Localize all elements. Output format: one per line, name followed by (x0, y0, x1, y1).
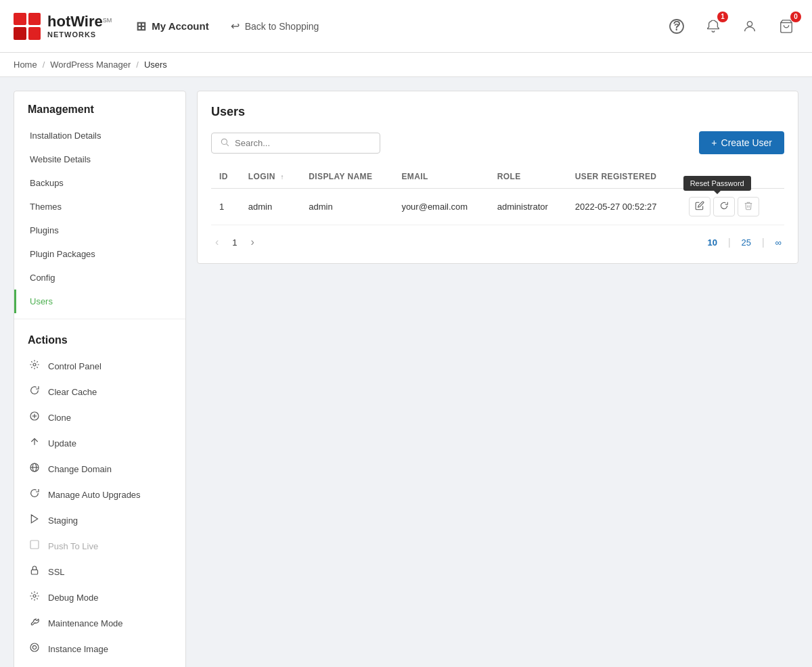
search-input[interactable] (235, 138, 371, 148)
col-email: EMAIL (393, 165, 489, 189)
search-icon (220, 137, 229, 149)
create-user-button[interactable]: + Create User (699, 131, 784, 154)
action-maintenance-mode[interactable]: Maintenance Mode (14, 610, 185, 636)
col-user-registered: USER REGISTERED (567, 165, 681, 189)
page-nav: ‹ 1 › (211, 235, 258, 250)
pagination-row: ‹ 1 › 10 | 25 | ∞ (211, 225, 784, 250)
page-size-sep-1: | (728, 237, 731, 248)
page-size-sep-2: | (762, 237, 765, 248)
current-page-number: 1 (228, 236, 241, 249)
clone-icon (28, 411, 41, 424)
breadcrumb: Home / WordPress Manager / Users (0, 53, 812, 77)
cell-login: admin (240, 189, 301, 225)
sidebar-item-users[interactable]: Users (14, 290, 185, 313)
col-actions (681, 165, 784, 189)
page-size-10[interactable]: 10 (705, 236, 720, 249)
action-delete[interactable]: Delete (14, 662, 185, 667)
push-to-live-icon (28, 539, 41, 553)
next-page-button[interactable]: › (247, 235, 258, 250)
page-title: Users (211, 105, 784, 119)
action-manage-auto-upgrades[interactable]: Manage Auto Upgrades (14, 482, 185, 507)
reset-password-btn-wrapper: Reset Password (713, 197, 738, 216)
action-update[interactable]: Update (14, 430, 185, 456)
logo-sm: SM (103, 18, 112, 24)
sort-arrow-icon: ↑ (280, 173, 284, 181)
sidebar-item-website-details[interactable]: Website Details (14, 147, 185, 171)
svg-point-2 (747, 21, 752, 26)
breadcrumb-wordpress-manager[interactable]: WordPress Manager (50, 60, 131, 70)
trash-icon (744, 201, 753, 210)
action-staging[interactable]: Staging (14, 507, 185, 533)
row-action-buttons: Reset Password (689, 197, 776, 216)
reset-password-button[interactable] (713, 197, 735, 216)
svg-rect-14 (31, 570, 37, 574)
action-ssl[interactable]: SSL (14, 559, 185, 584)
search-box (211, 133, 380, 154)
cell-email: your@email.com (393, 189, 489, 225)
action-staging-label: Staging (48, 515, 78, 526)
logo-sq-3 (14, 27, 26, 40)
reset-password-icon (719, 201, 729, 210)
action-debug-mode[interactable]: Debug Mode (14, 584, 185, 610)
action-maintenance-mode-label: Maintenance Mode (48, 618, 123, 628)
ssl-icon (28, 565, 41, 578)
page-size-25[interactable]: 25 (739, 236, 754, 249)
edit-user-button[interactable] (689, 197, 710, 216)
svg-point-16 (30, 643, 39, 651)
sidebar-item-config[interactable]: Config (14, 266, 185, 290)
svg-point-4 (33, 363, 36, 366)
sidebar-item-backups[interactable]: Backups (14, 171, 185, 195)
grid-icon: ⊞ (136, 19, 146, 34)
action-clone-label: Clone (48, 413, 71, 423)
action-control-panel[interactable]: Control Panel (14, 353, 185, 379)
action-ssl-label: SSL (48, 567, 65, 577)
action-instance-image[interactable]: Instance Image (14, 636, 185, 662)
action-clear-cache[interactable]: Clear Cache (14, 379, 185, 405)
logo-sq-1 (14, 13, 26, 26)
col-role: ROLE (489, 165, 567, 189)
prev-page-button[interactable]: ‹ (211, 235, 223, 250)
logo-networks: NETWORKS (47, 30, 112, 39)
col-id: ID (211, 165, 240, 189)
cart-badge: 0 (790, 12, 801, 22)
maintenance-mode-icon (28, 616, 41, 630)
notification-badge: 1 (717, 12, 728, 22)
table-row: 1 admin admin your@email.com administrat… (211, 189, 784, 225)
action-update-label: Update (48, 438, 76, 448)
users-table: ID LOGIN ↑ DISPLAY NAME EMAIL ROLE USER … (211, 165, 784, 225)
cart-button[interactable]: 0 (774, 14, 798, 39)
action-change-domain-label: Change Domain (48, 464, 112, 474)
delete-user-button[interactable] (738, 197, 759, 216)
notifications-button[interactable]: 1 (701, 14, 725, 39)
content-area: Users + Create User ID LOGIN ↑ (197, 91, 798, 264)
action-clone[interactable]: Clone (14, 405, 185, 430)
sidebar-item-themes[interactable]: Themes (14, 195, 185, 218)
my-account-label: My Account (152, 20, 208, 32)
col-login[interactable]: LOGIN ↑ (240, 165, 301, 189)
my-account-button[interactable]: ⊞ My Account (128, 15, 217, 38)
logo-area: hotWireSM NETWORKS (14, 13, 112, 40)
manage-auto-upgrades-icon (28, 488, 41, 501)
header-right: ? ? 1 0 (664, 14, 798, 39)
svg-point-18 (221, 139, 227, 144)
back-arrow-icon: ↩ (231, 20, 240, 32)
user-icon (742, 19, 757, 34)
action-push-to-live: Push To Live (14, 533, 185, 559)
breadcrumb-home[interactable]: Home (14, 60, 37, 70)
page-size-infinity[interactable]: ∞ (773, 236, 784, 249)
sidebar-item-plugin-packages[interactable]: Plugin Packages (14, 242, 185, 266)
action-change-domain[interactable]: Change Domain (14, 456, 185, 482)
account-button[interactable] (738, 14, 762, 39)
back-to-shopping-button[interactable]: ↩ Back to Shopping (223, 16, 328, 37)
cell-registered: 2022-05-27 00:52:27 (567, 189, 681, 225)
breadcrumb-sep-1: / (43, 60, 45, 70)
sidebar-item-plugins[interactable]: Plugins (14, 218, 185, 242)
sidebar-item-installation-details[interactable]: Installation Details (14, 124, 185, 147)
control-panel-icon (28, 359, 41, 373)
breadcrumb-sep-2: / (136, 60, 139, 70)
help-button[interactable]: ? ? (664, 14, 689, 39)
action-debug-mode-label: Debug Mode (48, 593, 98, 603)
action-instance-image-label: Instance Image (48, 644, 108, 654)
cell-id: 1 (211, 189, 240, 225)
action-clear-cache-label: Clear Cache (48, 387, 97, 397)
